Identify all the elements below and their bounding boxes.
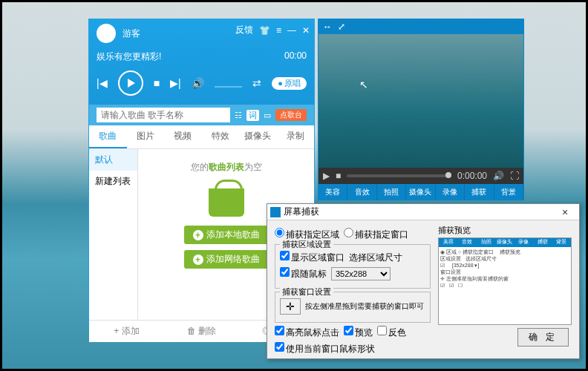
tab-pictures[interactable]: 图片 [127,125,165,148]
video-titlebar: ↔ ⤢ [318,19,523,34]
group-window: 捕获窗口设置 ✛ 按左侧准星拖到需要捕获的窗口即可 [275,292,431,323]
vtab-photo[interactable]: 拍照 [377,184,406,200]
tab-camera[interactable]: 摄像头 [239,125,277,148]
video-player-window: ↔ ⤢ ↖ ▶ ■ 0:00:00 🔊 ⛶ 美容 音效 拍照 摄像头 录像 捕获… [318,19,524,200]
sidebar-item-new[interactable]: 新建列表 [89,171,137,192]
volume-icon[interactable]: 🔊 [192,77,204,89]
dialog-left: 捕获指定区域 捕获指定窗口 捕获区域设置 显示区域窗口 选择区域尺寸 跟随鼠标 … [275,225,431,358]
vtab-record[interactable]: 录像 [436,184,465,200]
add-local-button[interactable]: 添加本地歌曲 [184,226,269,244]
progress-slider[interactable] [347,174,451,177]
lyric-button[interactable]: 词 [246,110,259,121]
play-button[interactable] [118,70,143,96]
stop-icon[interactable]: ■ [154,77,160,89]
slogan-text: 娱乐有您更精彩! [97,50,161,63]
preview-content: ◉ 区域 ○ 捕获指定窗口 捕获预览 区域设置 选择区域尺寸 ☑ [352x28… [439,247,571,291]
vtab-capture[interactable]: 捕获 [465,184,494,200]
cursor-icon: ↖ [359,79,368,91]
check-use-cursor[interactable]: 使用当前窗口鼠标形状 [275,342,375,355]
expand-icon[interactable]: ⤢ [338,22,345,32]
size-label: 选择区域尺寸 [349,252,402,264]
vtab-bg[interactable]: 背景 [494,184,523,200]
screen-capture-dialog: 屏幕捕获 × 捕获指定区域 捕获指定窗口 捕获区域设置 显示区域窗口 选择区域尺… [267,203,580,359]
add-network-button[interactable]: 添加网络歌曲 [184,250,269,269]
playback-controls: |◀ ■ ▶| 🔊 ⇄ 原唱 [97,70,307,96]
check-invert[interactable]: 反色 [377,326,406,339]
check-highlight[interactable]: 高亮鼠标点击 [275,326,339,339]
menu-icon[interactable]: ≡ [276,25,281,36]
arrow-left-icon[interactable]: ↔ [323,22,332,32]
search-bar: ☷ 词 ▭ 点歌台 [89,105,314,125]
username: 游客 [122,27,140,40]
basket-icon [204,180,249,217]
content-tabs: 歌曲 图片 视频 特效 摄像头 录制 [89,125,314,149]
footer-add[interactable]: + 添加 [89,321,164,342]
shirt-icon[interactable]: 👕 [259,25,270,36]
feedback-link[interactable]: 反馈 [235,24,253,36]
search-input[interactable] [97,108,230,122]
video-tabs: 美容 音效 拍照 摄像头 录像 捕获 背景 [318,184,523,200]
shuffle-icon[interactable]: ⇄ [252,77,261,89]
playlist-sidebar: 默认 新建列表 [89,149,138,320]
ktv-button[interactable]: 点歌台 [275,109,307,121]
next-icon[interactable]: ▶| [170,77,181,89]
preview-tabbar: 美容音效拍照摄像头录像捕获背景 [439,238,571,247]
check-preview[interactable]: 预览 [344,326,373,339]
video-viewport[interactable]: ↖ [318,34,523,168]
radio-window[interactable]: 捕获指定窗口 [344,228,408,241]
time-text: 0:00:00 [457,171,487,181]
app-icon [270,207,281,217]
tv-icon[interactable]: ▭ [264,111,271,120]
prev-icon[interactable]: |◀ [97,77,108,89]
original-vocal-button[interactable]: 原唱 [272,77,307,90]
video-controls: ▶ ■ 0:00:00 🔊 ⛶ [318,168,523,184]
sidebar-item-default[interactable]: 默认 [89,149,137,171]
group-area: 捕获区域设置 显示区域窗口 选择区域尺寸 跟随鼠标 352x288 [275,244,431,289]
minimize-icon[interactable]: — [287,25,296,36]
tab-record[interactable]: 录制 [277,125,315,148]
empty-text: 您的歌曲列表为空 [146,161,307,174]
group-area-title: 捕获区域设置 [280,239,333,250]
footer-delete[interactable]: 🗑 删除 [164,321,239,342]
ok-button[interactable]: 确 定 [517,328,569,347]
equalizer-icon[interactable]: ☷ [235,111,242,120]
tab-songs[interactable]: 歌曲 [89,125,127,148]
dialog-title: 屏幕捕获 [284,206,319,218]
check-follow-mouse[interactable]: 跟随鼠标 [280,267,327,280]
size-select[interactable]: 352x288 [331,267,391,280]
crosshair-icon[interactable]: ✛ [280,298,301,315]
check-show-region[interactable]: 显示区域窗口 [280,251,344,264]
dialog-titlebar[interactable]: 屏幕捕获 × [267,204,579,220]
vtab-beauty[interactable]: 美容 [318,184,347,200]
avatar[interactable] [97,24,116,43]
preview-title: 捕获预览 [438,225,572,236]
close-icon[interactable]: ✕ [302,25,310,36]
window-controls: 反馈 👕 ≡ — ✕ [235,24,310,36]
fullscreen-icon[interactable]: ⛶ [510,171,519,181]
duration-text: 00:00 [284,50,307,63]
preview-pane: 美容音效拍照摄像头录像捕获背景 ◉ 区域 ○ 捕获指定窗口 捕获预览 区域设置 … [438,237,572,325]
vtab-sound[interactable]: 音效 [347,184,376,200]
stop-icon[interactable]: ■ [336,171,341,181]
group-window-title: 捕获窗口设置 [280,286,333,298]
vtab-camera[interactable]: 摄像头 [406,184,435,200]
dialog-right: 捕获预览 美容音效拍照摄像头录像捕获背景 ◉ 区域 ○ 捕获指定窗口 捕获预览 … [438,225,572,358]
close-icon[interactable]: × [554,206,576,218]
tab-effects[interactable]: 特效 [202,125,240,148]
dialog-body: 捕获指定区域 捕获指定窗口 捕获区域设置 显示区域窗口 选择区域尺寸 跟随鼠标 … [267,220,579,363]
volume-icon[interactable]: 🔊 [493,171,504,181]
drag-hint: 按左侧准星拖到需要捕获的窗口即可 [305,301,424,312]
tab-videos[interactable]: 视频 [164,125,202,148]
music-player-header: 游客 反馈 👕 ≡ — ✕ 娱乐有您更精彩! 00:00 |◀ ■ ▶| 🔊 ⇄… [89,19,314,105]
play-icon[interactable]: ▶ [323,171,330,181]
volume-slider[interactable] [215,86,243,88]
